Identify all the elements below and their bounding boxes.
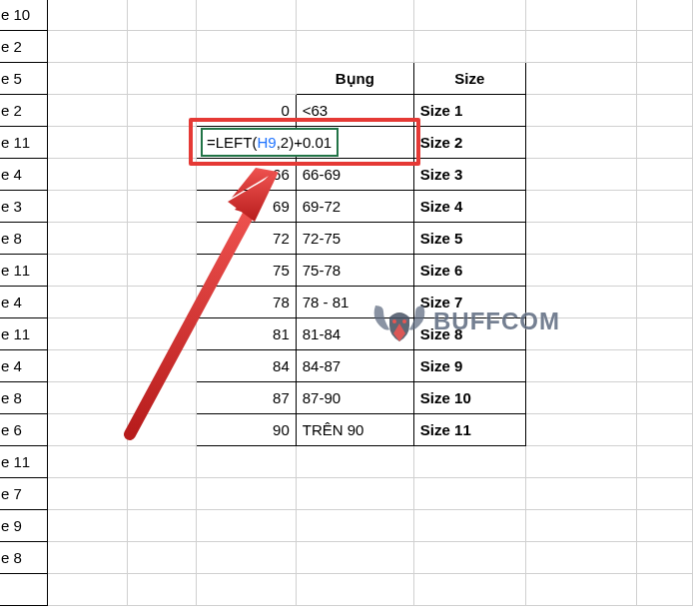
cell-col-a[interactable]: e 11 [0,255,48,287]
empty-cell[interactable] [48,414,128,446]
cell-bung[interactable]: 69-72 [296,191,413,223]
cell-num[interactable]: 84 [197,350,297,382]
empty-cell[interactable] [128,255,197,287]
empty-cell[interactable] [48,0,128,31]
empty-cell[interactable] [413,31,525,63]
empty-cell[interactable] [48,382,128,414]
empty-cell[interactable] [128,223,197,255]
cell-col-a[interactable]: e 11 [0,318,48,350]
empty-cell[interactable] [636,255,692,287]
cell-col-a[interactable]: e 11 [0,446,48,478]
empty-cell[interactable] [48,478,128,510]
empty-cell[interactable] [48,63,128,95]
cell-col-a[interactable]: e 4 [0,350,48,382]
empty-cell[interactable] [525,191,636,223]
cell-col-a[interactable]: e 3 [0,191,48,223]
cell-num[interactable] [197,31,297,63]
empty-cell[interactable] [525,287,636,318]
cell-size[interactable]: Size 8 [413,318,525,350]
empty-cell[interactable] [48,31,128,63]
cell-num[interactable]: 72 [197,223,297,255]
cell-num[interactable]: 66 [197,159,297,191]
cell-col-a[interactable]: e 8 [0,223,48,255]
cell-num[interactable] [197,542,297,574]
empty-cell[interactable] [525,542,636,574]
cell-num[interactable] [197,478,297,510]
cell-col-a[interactable]: e 4 [0,159,48,191]
empty-cell[interactable] [636,31,692,63]
empty-cell[interactable] [413,542,525,574]
empty-cell[interactable] [48,574,128,606]
cell-num[interactable]: 87 [197,382,297,414]
cell-bung[interactable]: 72-75 [296,223,413,255]
empty-cell[interactable] [636,350,692,382]
empty-cell[interactable] [636,95,692,127]
empty-cell[interactable] [525,350,636,382]
cell-num[interactable]: 75 [197,255,297,287]
empty-cell[interactable] [296,510,413,542]
cell-num[interactable]: 0 [197,95,297,127]
empty-cell[interactable] [636,446,692,478]
cell-col-a[interactable]: e 9 [0,510,48,542]
empty-cell[interactable] [48,446,128,478]
cell-col-a[interactable]: e 2 [0,31,48,63]
empty-cell[interactable] [48,95,128,127]
empty-cell[interactable] [636,414,692,446]
empty-cell[interactable] [636,318,692,350]
empty-cell[interactable] [48,159,128,191]
empty-cell[interactable] [636,574,692,606]
cell-size[interactable]: Size 1 [413,95,525,127]
empty-cell[interactable] [636,478,692,510]
empty-cell[interactable] [413,510,525,542]
empty-cell[interactable] [525,223,636,255]
empty-cell[interactable] [48,510,128,542]
empty-cell[interactable] [525,159,636,191]
empty-cell[interactable] [128,31,197,63]
empty-cell[interactable] [128,287,197,318]
empty-cell[interactable] [296,446,413,478]
empty-cell[interactable] [128,191,197,223]
cell-bung[interactable]: 66-69 [296,159,413,191]
empty-cell[interactable] [128,159,197,191]
empty-cell[interactable] [636,223,692,255]
empty-cell[interactable] [48,350,128,382]
empty-cell[interactable] [525,574,636,606]
empty-cell[interactable] [128,318,197,350]
cell-col-a[interactable]: e 6 [0,414,48,446]
empty-cell[interactable] [525,318,636,350]
cell-size[interactable]: Size 3 [413,159,525,191]
header-bung[interactable]: Bụng [296,63,413,95]
empty-cell[interactable] [48,223,128,255]
empty-cell[interactable] [525,478,636,510]
empty-cell[interactable] [636,510,692,542]
empty-cell[interactable] [128,414,197,446]
cell-col-a[interactable]: e 8 [0,382,48,414]
cell-bung[interactable]: 81-84 [296,318,413,350]
cell-num[interactable]: 78 [197,287,297,318]
empty-cell[interactable] [296,542,413,574]
empty-cell[interactable] [413,478,525,510]
empty-cell[interactable] [636,127,692,159]
cell-size[interactable]: Size 7 [413,287,525,318]
empty-cell[interactable] [128,574,197,606]
cell-num[interactable]: 81 [197,318,297,350]
empty-cell[interactable] [296,31,413,63]
empty-cell[interactable] [636,382,692,414]
empty-cell[interactable] [525,510,636,542]
empty-cell[interactable] [128,63,197,95]
cell-bung[interactable]: TRÊN 90 [296,414,413,446]
cell-num[interactable] [197,63,297,95]
cell-col-a[interactable]: e 2 [0,95,48,127]
empty-cell[interactable] [128,95,197,127]
cell-num[interactable]: 90 [197,414,297,446]
empty-cell[interactable] [128,446,197,478]
cell-size[interactable]: Size 10 [413,382,525,414]
cell-col-a[interactable]: e 7 [0,478,48,510]
cell-num[interactable] [197,0,297,31]
cell-size[interactable]: Size 2 [413,127,525,159]
empty-cell[interactable] [48,318,128,350]
cell-num[interactable] [197,510,297,542]
empty-cell[interactable] [296,574,413,606]
cell-num[interactable]: 69 [197,191,297,223]
cell-size[interactable]: Size 6 [413,255,525,287]
